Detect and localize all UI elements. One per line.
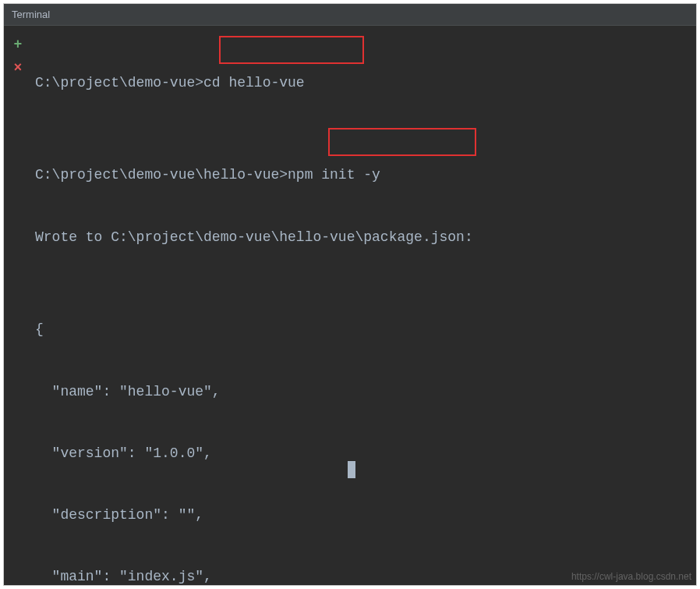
output-text: Wrote to C:\project\demo-vue\hello-vue\p… — [35, 222, 691, 254]
terminal-gutter: + × — [4, 26, 32, 585]
close-session-icon[interactable]: × — [14, 60, 23, 76]
highlight-box-npm-command — [328, 128, 476, 156]
text-cursor — [348, 461, 355, 478]
json-line: "description": "", — [35, 500, 691, 531]
prompt-text: C:\project\demo-vue> — [35, 75, 203, 90]
terminal-content-area: + × C:\project\demo-vue>cd hello-vue C:\… — [4, 26, 696, 585]
new-session-icon[interactable]: + — [14, 37, 23, 52]
command-text: cd hello-vue — [203, 75, 305, 90]
terminal-tab-label[interactable]: Terminal — [4, 4, 696, 26]
json-line: "name": "hello-vue", — [35, 377, 691, 408]
json-line: "version": "1.0.0", — [35, 438, 691, 470]
highlight-box-cd-command — [219, 36, 364, 64]
command-text: npm init -y — [288, 167, 380, 183]
watermark-text: https://cwl-java.blog.csdn.net — [571, 571, 691, 582]
json-line: { — [35, 314, 691, 346]
terminal-panel: Terminal + × C:\project\demo-vue>cd hell… — [3, 3, 697, 586]
terminal-output[interactable]: C:\project\demo-vue>cd hello-vue C:\proj… — [32, 26, 696, 585]
prompt-text: C:\project\demo-vue\hello-vue> — [35, 167, 288, 183]
